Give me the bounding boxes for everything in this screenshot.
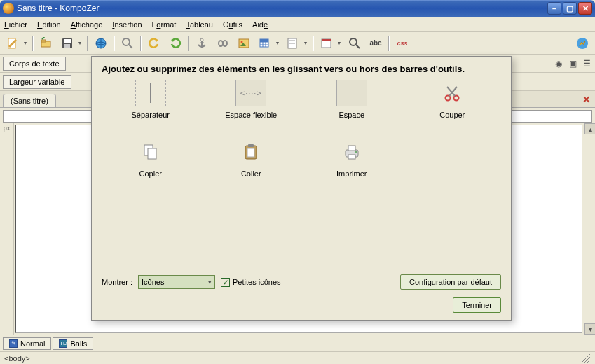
minimize-button[interactable]: – (547, 2, 561, 15)
find-button[interactable] (345, 34, 364, 52)
print-icon (343, 139, 361, 165)
svg-rect-28 (289, 43, 295, 44)
calendar-button[interactable] (317, 34, 343, 52)
svg-point-8 (123, 38, 130, 46)
toolbar-separator (32, 36, 34, 51)
show-select[interactable]: Icônes ▾ (138, 275, 215, 289)
svg-rect-42 (247, 148, 254, 157)
customize-toolbar-dialog: Ajoutez ou supprimez des éléments en les… (91, 56, 512, 321)
layers-icon[interactable]: ▣ (567, 58, 578, 69)
scroll-track[interactable] (584, 134, 595, 323)
titlebar: Sans titre - KompoZer – ▢ ✕ (0, 0, 595, 17)
svg-point-18 (241, 41, 243, 43)
view-tab-normal[interactable]: ✎Normal (3, 337, 51, 350)
close-button[interactable]: ✕ (578, 2, 592, 15)
svg-rect-6 (64, 44, 70, 48)
svg-point-31 (350, 38, 357, 46)
variable-width-button[interactable]: Largeur variable (3, 75, 71, 89)
redo-button[interactable] (165, 34, 185, 52)
link-button[interactable] (213, 34, 233, 52)
done-button[interactable]: Terminer (453, 298, 501, 313)
svg-line-9 (129, 45, 132, 48)
svg-point-16 (223, 41, 227, 46)
form-button[interactable] (283, 34, 310, 52)
zoom-button[interactable] (118, 34, 137, 52)
save-button[interactable] (57, 34, 84, 52)
dialog-title: Ajoutez ou supprimez des éléments en les… (102, 64, 501, 74)
toolbar-separator (87, 36, 88, 51)
main-toolbar: abc css (0, 32, 595, 55)
item-copy[interactable]: Copier (102, 139, 200, 195)
small-icons-checkbox[interactable]: ✓ Petites icônes (221, 278, 280, 287)
dialog-options-row: Montrer : Icônes ▾ ✓ Petites icônes Conf… (102, 272, 501, 292)
normal-icon: ✎ (9, 340, 18, 348)
image-button[interactable] (234, 34, 254, 52)
menu-insertion[interactable]: Insertion (112, 20, 142, 29)
source-icon[interactable]: ◉ (553, 58, 564, 69)
menu-outils[interactable]: Outils (223, 20, 242, 29)
item-print[interactable]: Imprimer (303, 139, 401, 195)
svg-rect-25 (260, 39, 268, 42)
menu-format[interactable]: Format (152, 20, 177, 29)
undo-button[interactable] (144, 34, 164, 52)
resize-grip[interactable] (581, 354, 591, 363)
default-config-button[interactable]: Configuration par défaut (400, 274, 501, 290)
toolbar-separator (188, 36, 189, 51)
item-flex-space[interactable]: <····> Espace flexible (203, 80, 301, 136)
check-icon: ✓ (221, 278, 230, 287)
chevron-down-icon: ▾ (208, 279, 212, 286)
svg-point-12 (200, 38, 203, 41)
menu-fichier[interactable]: Fichier (4, 20, 27, 29)
svg-line-32 (356, 45, 360, 48)
scroll-down-button[interactable]: ▾ (584, 323, 595, 335)
svg-rect-5 (64, 39, 71, 43)
open-button[interactable] (36, 34, 56, 52)
paste-icon (242, 139, 260, 165)
toolbar-separator (114, 36, 115, 51)
separator-icon (135, 80, 166, 106)
vertical-scrollbar[interactable]: ▴ ▾ (584, 123, 595, 335)
anchor-button[interactable] (192, 34, 212, 52)
ruler-vertical: px (0, 123, 14, 335)
item-separator[interactable]: Séparateur (102, 80, 200, 136)
view-mode-tabs: ✎Normal TDBalis (0, 335, 595, 351)
browse-button[interactable] (91, 34, 111, 52)
space-icon (336, 80, 367, 106)
scroll-up-button[interactable]: ▴ (584, 123, 595, 134)
body-text-button[interactable]: Corps de texte (3, 57, 66, 71)
window-controls: – ▢ ✕ (547, 2, 592, 15)
menu-affichage[interactable]: Affichage (71, 20, 103, 29)
flex-space-icon: <····> (235, 80, 266, 106)
toolbar-separator (313, 36, 314, 51)
copy-icon (142, 139, 160, 165)
item-paste[interactable]: Coller (203, 139, 301, 195)
settings-icon[interactable]: ☰ (581, 58, 592, 69)
spellcheck-button[interactable]: abc (366, 34, 385, 52)
maximize-button[interactable]: ▢ (563, 2, 577, 15)
svg-rect-41 (248, 144, 254, 147)
css-button[interactable]: css (392, 34, 412, 52)
tags-icon: TD (59, 340, 67, 348)
new-button[interactable] (3, 34, 29, 52)
cut-icon (443, 80, 461, 106)
svg-point-35 (454, 96, 459, 101)
show-label: Montrer : (102, 278, 132, 286)
document-tab[interactable]: (Sans titre) (3, 94, 56, 107)
menu-tableau[interactable]: Tableau (186, 20, 213, 29)
svg-rect-39 (148, 148, 156, 159)
item-cut[interactable]: Couper (404, 80, 502, 136)
window-title: Sans titre - KompoZer (17, 4, 547, 13)
dialog-items-grid: Séparateur <····> Espace flexible Espace… (102, 80, 501, 272)
app-icon (3, 3, 14, 14)
toolbar-separator (388, 36, 390, 51)
dom-path[interactable]: <body> (4, 354, 30, 363)
item-space[interactable]: Espace (303, 80, 401, 136)
svg-rect-27 (289, 40, 295, 41)
svg-rect-45 (348, 155, 355, 159)
ruler-unit: px (4, 125, 11, 132)
menu-edition[interactable]: Edition (37, 20, 61, 29)
tab-close-button[interactable]: ✕ (582, 94, 591, 105)
menu-aide[interactable]: Aide (252, 20, 268, 29)
table-insert-button[interactable] (255, 34, 282, 52)
view-tab-tags[interactable]: TDBalis (53, 337, 93, 350)
